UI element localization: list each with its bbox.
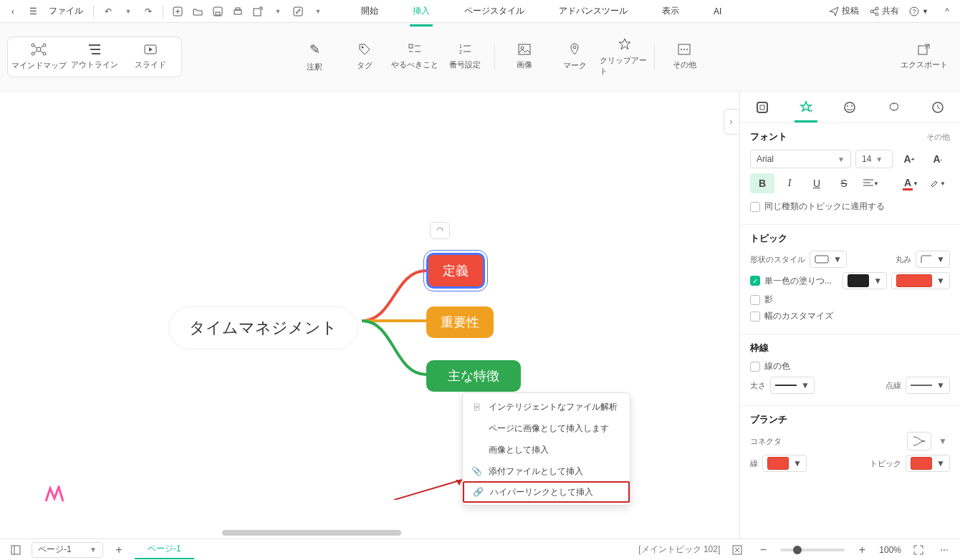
apply-same-checkbox[interactable] (750, 202, 760, 212)
slide-mode-button[interactable]: スライド (123, 43, 178, 71)
redo-icon[interactable]: ↷ (140, 3, 157, 20)
slider-thumb[interactable] (793, 546, 802, 554)
topic-definition[interactable]: 定義 (426, 253, 485, 289)
post-button[interactable]: 投稿 (829, 5, 859, 17)
zoom-slider[interactable] (780, 549, 845, 551)
font-more-link[interactable]: その他 (926, 132, 950, 143)
line-color-select[interactable]: ▼ (762, 455, 807, 472)
fit-screen-icon[interactable] (729, 541, 746, 559)
tab-view[interactable]: 表示 (659, 1, 682, 21)
underline-button[interactable]: U (805, 173, 829, 193)
chevron-down-icon[interactable]: ▼ (936, 436, 950, 446)
topic-color-select[interactable]: ▼ (906, 455, 950, 472)
outline-mode-button[interactable]: アウトライン (67, 43, 123, 71)
align-button[interactable]: ▼ (859, 173, 883, 193)
connector-style-select[interactable] (907, 432, 931, 450)
dropdown-icon[interactable]: ▼ (269, 3, 287, 20)
new-icon[interactable] (169, 3, 186, 20)
dropdown-icon[interactable]: ▼ (309, 3, 327, 20)
undo-dropdown-icon[interactable]: ▼ (120, 3, 137, 20)
dotted-select[interactable]: ▼ (906, 377, 950, 394)
more-button[interactable]: その他 (659, 38, 709, 77)
strike-button[interactable]: S (832, 173, 856, 193)
image-button[interactable]: 画像 (499, 38, 549, 77)
help-button[interactable]: ?▼ (909, 6, 928, 16)
export-button[interactable]: エクスポート (896, 44, 953, 70)
node-toolbar-icon[interactable] (430, 222, 450, 239)
shape-style-select[interactable]: ▼ (810, 251, 847, 268)
fill-checkbox[interactable]: ✓ (750, 276, 760, 286)
decrease-font-button[interactable]: A- (926, 149, 950, 169)
horizontal-scrollbar[interactable] (222, 530, 401, 536)
edit-icon[interactable] (289, 3, 307, 20)
menu-icon[interactable]: ☰ (24, 3, 42, 20)
zoom-out-button[interactable]: − (754, 541, 772, 559)
ctx-insert-image[interactable]: 画像として挿入 (463, 439, 630, 460)
svg-text:+: + (810, 107, 813, 115)
italic-button[interactable]: I (777, 173, 802, 193)
panel-tab-layout[interactable] (748, 93, 777, 122)
bold-button[interactable]: B (750, 173, 774, 193)
annotation-button[interactable]: ✎注釈 (289, 38, 340, 77)
central-topic[interactable]: タイムマネジメント (168, 306, 358, 349)
font-size-select[interactable]: 14▼ (855, 150, 893, 168)
canvas[interactable]: タイムマネジメント 定義 重要性 主な特徴 ⍯インテリジェントなファイル解析 ペ… (0, 92, 738, 539)
value: ページ-1 (38, 544, 72, 556)
share-label: 共有 (882, 5, 899, 17)
border-color-label: 線の色 (764, 360, 790, 372)
mindmap-mode-button[interactable]: マインドマップ (11, 43, 67, 71)
tab-advanced[interactable]: アドバンスツール (556, 1, 630, 21)
panel-tab-history[interactable] (923, 93, 952, 122)
back-icon[interactable]: ‹ (4, 3, 21, 20)
share-button[interactable]: 共有 (869, 5, 899, 17)
svg-point-13 (32, 44, 34, 47)
page-tab-1[interactable]: ページ-1 (135, 540, 194, 559)
fill-color-1[interactable]: ▼ (843, 272, 887, 289)
print-icon[interactable] (229, 3, 246, 20)
zoom-in-button[interactable]: + (853, 541, 870, 559)
page-select[interactable]: ページ-1▼ (32, 542, 103, 558)
file-menu[interactable]: ファイル (44, 5, 87, 17)
font-color-button[interactable]: A▼ (898, 173, 923, 193)
tab-ai[interactable]: AI (711, 2, 724, 21)
todo-button[interactable]: やるべきこと (390, 38, 440, 77)
width-checkbox[interactable] (750, 312, 760, 322)
border-section: 枠線 線の色 太さ ▼ 点線 ▼ (740, 334, 960, 406)
open-icon[interactable] (189, 3, 206, 20)
clipart-button[interactable]: クリップアート (600, 38, 650, 77)
ctx-insert-hyperlink[interactable]: 🔗ハイパーリンクとして挿入 (463, 481, 630, 503)
round-select[interactable]: ▼ (916, 251, 950, 268)
undo-icon[interactable]: ↶ (100, 3, 117, 20)
topic-importance[interactable]: 重要性 (426, 306, 494, 338)
highlight-button[interactable]: ▼ (926, 173, 950, 193)
panel-toggle-button[interactable]: › (724, 109, 738, 135)
collapse-ribbon-icon[interactable]: ^ (939, 3, 956, 20)
more-status-icon[interactable]: ⋯ (936, 541, 953, 559)
tab-insert[interactable]: 挿入 (410, 1, 433, 21)
ctx-insert-page-image[interactable]: ページに画像として挿入します (463, 417, 630, 439)
fullscreen-icon[interactable] (910, 541, 927, 559)
topbar-right: 投稿 共有 ?▼ ^ (829, 3, 956, 20)
panel-tab-style[interactable]: + (792, 93, 820, 122)
border-color-checkbox[interactable] (750, 362, 760, 372)
numbering-button[interactable]: 12番号設定 (440, 38, 490, 77)
thickness-select[interactable]: ▼ (770, 377, 815, 394)
shadow-checkbox[interactable] (750, 295, 760, 305)
ctx-intelligent-parse[interactable]: ⍯インテリジェントなファイル解析 (463, 396, 630, 417)
app-logo-icon (44, 486, 64, 503)
tab-page-style[interactable]: ページスタイル (461, 1, 527, 21)
tag-button[interactable]: タグ (340, 38, 390, 77)
save-icon[interactable] (209, 3, 226, 20)
panel-tab-emoji[interactable] (835, 93, 864, 122)
fill-color-2[interactable]: ▼ (891, 272, 950, 289)
share-export-icon[interactable] (249, 3, 267, 20)
ctx-insert-attachment[interactable]: 📎添付ファイルとして挿入 (463, 460, 630, 482)
outline-pane-icon[interactable] (7, 541, 24, 559)
mark-button[interactable]: マーク (549, 38, 600, 77)
topic-features[interactable]: 主な特徴 (426, 360, 521, 392)
font-family-select[interactable]: Arial▼ (750, 150, 851, 168)
add-page-button[interactable]: + (110, 541, 128, 559)
tab-start[interactable]: 開始 (358, 1, 381, 21)
panel-tab-settings[interactable] (880, 93, 908, 122)
increase-font-button[interactable]: A+ (897, 149, 921, 169)
